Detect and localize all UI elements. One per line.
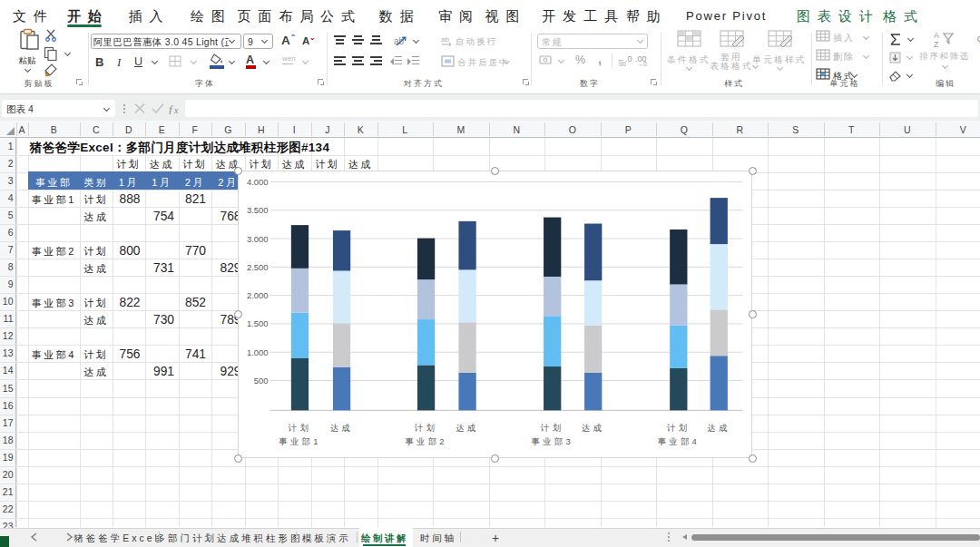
svg-text:2.000: 2.000 (247, 290, 269, 300)
svg-text:x: x (173, 105, 179, 115)
svg-text:达成: 达成 (582, 423, 605, 433)
svg-text:计划: 计划 (666, 423, 691, 433)
svg-text:计划: 计划 (540, 423, 564, 433)
svg-text:A: A (934, 31, 939, 40)
svg-text:1.000: 1.000 (247, 347, 269, 357)
svg-text:Z: Z (934, 40, 939, 48)
svg-text:3.500: 3.500 (247, 205, 269, 215)
svg-text:事业部1: 事业部1 (279, 436, 320, 446)
svg-text:事业部3: 事业部3 (532, 436, 573, 446)
svg-text:ab: ab (441, 35, 449, 44)
svg-text:达成: 达成 (707, 423, 730, 433)
svg-text:事业部2: 事业部2 (405, 436, 446, 446)
svg-text:计划: 计划 (414, 423, 438, 433)
svg-text:事业部4: 事业部4 (658, 436, 700, 446)
svg-text:达成: 达成 (330, 423, 354, 433)
svg-text:500: 500 (254, 376, 269, 386)
svg-text:达成: 达成 (456, 423, 479, 433)
svg-text:1.500: 1.500 (247, 318, 269, 328)
svg-text:2.500: 2.500 (247, 262, 269, 272)
svg-text:3.000: 3.000 (247, 234, 269, 244)
svg-text:计划: 计划 (288, 423, 312, 433)
svg-text:4.000: 4.000 (247, 177, 269, 187)
